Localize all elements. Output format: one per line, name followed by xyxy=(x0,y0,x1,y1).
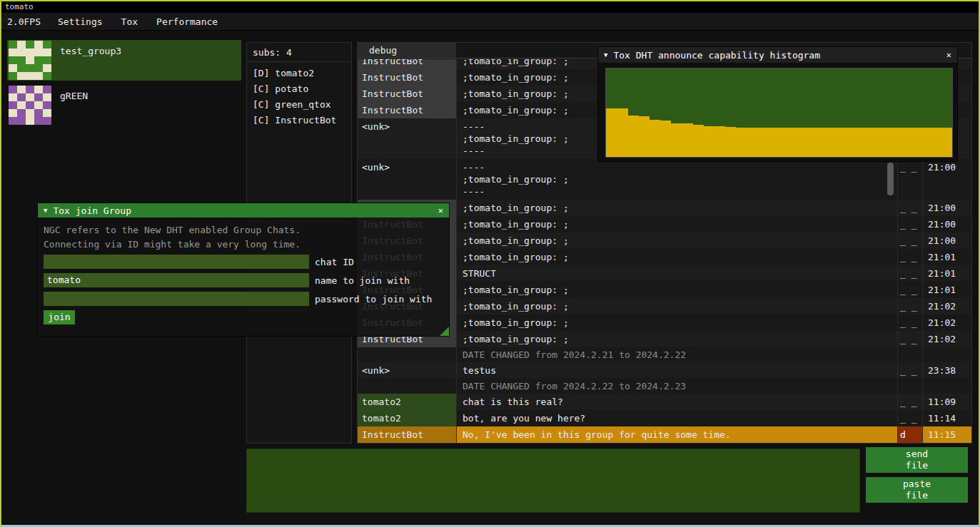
message-text: ;tomato_in_group: ; xyxy=(457,232,897,249)
member-item-potato[interactable]: [C] potato xyxy=(247,81,351,97)
message-text: ;tomato_in_group: ; xyxy=(457,249,897,265)
message-time: 21:00 xyxy=(922,200,971,216)
message-time: 21:00 xyxy=(922,216,971,232)
message-status: _ _ xyxy=(897,410,922,426)
contact-item-green[interactable]: gREEN xyxy=(7,85,241,126)
join-info-line: Connecting via ID might take a very long… xyxy=(44,237,443,252)
send-file-button[interactable]: send file xyxy=(866,447,968,473)
member-item-instructbot[interactable]: [C] InstructBot xyxy=(247,113,351,128)
message-time: 21:00 xyxy=(922,232,971,249)
chat-message-row[interactable]: InstructBot;tomato_in_group: ;_ _21:00 xyxy=(358,216,971,232)
contact-item-test-group3[interactable]: test_group3 xyxy=(7,40,241,81)
message-text: chat is this real? xyxy=(457,394,897,410)
collapse-arrow-icon[interactable]: ▼ xyxy=(44,207,47,214)
join-name-label: name to join with xyxy=(315,275,410,286)
tab-debug[interactable]: debug xyxy=(358,43,456,58)
message-status: _ _ xyxy=(897,265,922,282)
chat-message-row[interactable]: InstructBotNo, I've been in this group f… xyxy=(358,426,971,443)
close-icon[interactable]: ✕ xyxy=(946,50,951,60)
message-time: 11:14 xyxy=(922,410,971,426)
join-password-label: password to join with xyxy=(315,294,432,305)
join-group-window: ▼ Tox join Group ✕ NGC refers to the New… xyxy=(37,203,450,337)
chat-message-row[interactable]: InstructBot;tomato_in_group: ;_ _21:02 xyxy=(358,331,971,347)
window-titlebar: tomato xyxy=(1,1,979,13)
window-title: tomato xyxy=(5,2,34,11)
member-item-tomato2[interactable]: [D] tomato2 xyxy=(247,66,351,81)
date-separator-text: DATE CHANGED from 2024.2.21 to 2024.2.22 xyxy=(457,347,897,362)
chat-message-row[interactable]: InstructBot;tomato_in_group: ;_ _21:00 xyxy=(358,232,971,249)
chat-message-row[interactable]: InstructBotSTRUCT_ _21:01 xyxy=(358,265,971,282)
chat-id-input[interactable] xyxy=(44,255,309,269)
message-time: 21:01 xyxy=(922,282,971,298)
chat-message-row[interactable]: InstructBot;tomato_in_group: ;_ _21:01 xyxy=(358,282,971,298)
message-sender: <unk> xyxy=(358,362,457,379)
message-text: testus xyxy=(457,362,897,379)
close-icon[interactable]: ✕ xyxy=(438,205,443,215)
message-status: _ _ xyxy=(897,216,922,232)
chat-message-row[interactable]: InstructBot;tomato_in_group: ;_ _21:02 xyxy=(358,314,971,331)
menu-item-tox[interactable]: Tox xyxy=(112,13,147,31)
chat-message-row[interactable]: <unk>---- ;tomato_in_group: ; ----_ _21:… xyxy=(358,159,971,200)
histogram-titlebar[interactable]: ▼ Tox DHT announce capability histogram … xyxy=(598,47,957,63)
chat-scrollbar[interactable] xyxy=(887,163,894,195)
menu-item-settings[interactable]: Settings xyxy=(49,13,112,31)
message-time: 21:02 xyxy=(922,298,971,314)
date-separator-text: DATE CHANGED from 2024.2.22 to 2024.2.23 xyxy=(457,379,897,394)
histogram-plot xyxy=(605,68,953,158)
message-status: _ _ xyxy=(897,200,922,216)
contact-avatar-icon xyxy=(9,41,51,80)
message-sender xyxy=(358,379,457,394)
chat-message-row[interactable]: <unk>testus_ _23:38 xyxy=(358,362,971,379)
members-list: [D] tomato2[C] potato[C] green_qtox[C] I… xyxy=(247,62,351,128)
message-status: _ _ xyxy=(897,232,922,249)
message-status: d xyxy=(897,426,922,443)
join-button[interactable]: join xyxy=(44,310,75,324)
message-sender: <unk> xyxy=(358,118,457,159)
date-separator-row[interactable]: DATE CHANGED from 2024.2.21 to 2024.2.22 xyxy=(358,347,971,362)
histogram-chart xyxy=(606,68,952,157)
histogram-body xyxy=(598,63,957,161)
resize-grip[interactable] xyxy=(440,327,449,336)
contact-name: gREEN xyxy=(60,91,88,126)
message-time: 23:38 xyxy=(922,362,971,379)
join-group-body: NGC refers to the New DHT enabled Group … xyxy=(38,218,449,336)
message-sender: InstructBot xyxy=(358,59,457,69)
chat-id-label: chat ID xyxy=(315,257,354,267)
join-name-input[interactable]: tomato xyxy=(44,273,309,287)
chat-message-row[interactable]: InstructBot;tomato_in_group: ;_ _21:02 xyxy=(358,298,971,314)
menu-bar: 2.0FPSSettingsToxPerformance xyxy=(1,13,979,31)
members-header: subs: 4 xyxy=(247,43,351,62)
chat-message-row[interactable]: tomato2chat is this real?_ _11:09 xyxy=(358,394,971,410)
message-sender: InstructBot xyxy=(358,86,457,102)
menu-item-2-0fps[interactable]: 2.0FPS xyxy=(1,13,49,31)
message-time: 21:01 xyxy=(922,249,971,265)
join-password-input[interactable] xyxy=(44,292,309,306)
message-time: 21:01 xyxy=(922,265,971,282)
menu-item-performance[interactable]: Performance xyxy=(147,13,227,31)
join-info-line: NGC refers to the New DHT enabled Group … xyxy=(44,223,443,237)
message-status xyxy=(897,347,922,362)
chat-message-row[interactable]: InstructBot;tomato_in_group: ;_ _21:01 xyxy=(358,249,971,265)
member-item-green-qtox[interactable]: [C] green_qtox xyxy=(247,97,351,113)
message-sender: tomato2 xyxy=(358,394,457,410)
paste-file-button[interactable]: paste file xyxy=(866,477,968,503)
message-text: ;tomato_in_group: ; xyxy=(457,282,897,298)
message-time: 21:02 xyxy=(922,331,971,347)
message-status: _ _ xyxy=(897,282,922,298)
message-status: _ _ xyxy=(897,249,922,265)
chat-message-row[interactable]: tomato2bot, are you new here?_ _11:14 xyxy=(358,410,971,426)
message-input[interactable] xyxy=(246,449,860,513)
message-sender: tomato2 xyxy=(358,410,457,426)
date-separator-row[interactable]: DATE CHANGED from 2024.2.22 to 2024.2.23 xyxy=(358,379,971,394)
message-text: ---- ;tomato_in_group: ; ---- xyxy=(457,159,897,200)
message-text: ;tomato_in_group: ; xyxy=(457,314,897,331)
message-time: 11:09 xyxy=(922,394,971,410)
join-group-titlebar[interactable]: ▼ Tox join Group ✕ xyxy=(38,203,449,218)
message-time xyxy=(922,379,971,394)
chat-message-row[interactable]: InstructBot;tomato_in_group: ;_ _21:00 xyxy=(358,200,971,216)
message-status: _ _ xyxy=(897,362,922,379)
collapse-arrow-icon[interactable]: ▼ xyxy=(604,51,607,58)
message-status: _ _ xyxy=(897,314,922,331)
message-sender: InstructBot xyxy=(358,426,457,443)
message-text: ;tomato_in_group: ; xyxy=(457,298,897,314)
